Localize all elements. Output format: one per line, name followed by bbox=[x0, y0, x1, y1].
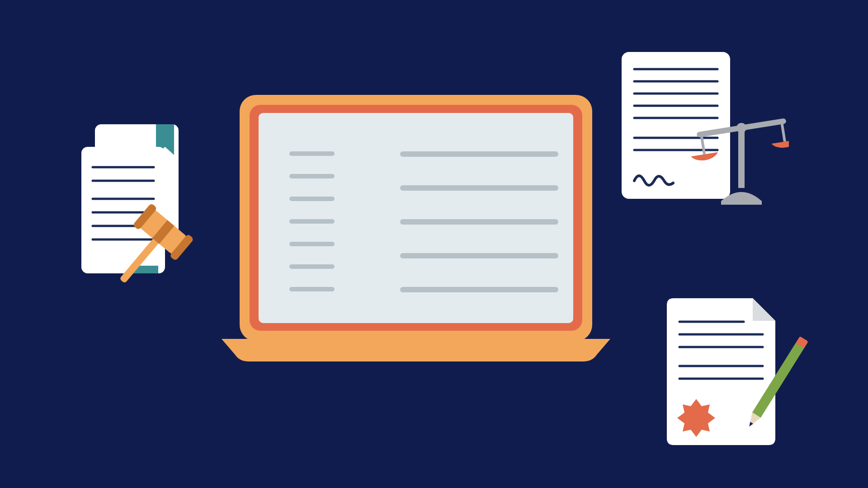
svg-rect-7 bbox=[289, 242, 335, 246]
svg-rect-9 bbox=[289, 287, 335, 291]
svg-rect-3 bbox=[289, 151, 335, 156]
svg-rect-4 bbox=[289, 174, 335, 178]
svg-rect-10 bbox=[400, 151, 558, 157]
svg-rect-6 bbox=[289, 219, 335, 224]
svg-rect-40 bbox=[738, 131, 745, 188]
svg-rect-13 bbox=[400, 253, 558, 258]
documents-gavel-icon bbox=[68, 120, 212, 282]
svg-rect-5 bbox=[289, 197, 335, 201]
svg-rect-8 bbox=[289, 264, 335, 269]
laptop-icon bbox=[222, 95, 610, 366]
svg-rect-14 bbox=[400, 287, 558, 292]
svg-rect-12 bbox=[400, 219, 558, 225]
svg-rect-11 bbox=[400, 185, 558, 191]
svg-line-39 bbox=[782, 122, 785, 141]
document-scales-icon bbox=[613, 47, 789, 219]
certificate-pencil-icon bbox=[653, 289, 816, 452]
illustration-stage bbox=[0, 0, 868, 488]
